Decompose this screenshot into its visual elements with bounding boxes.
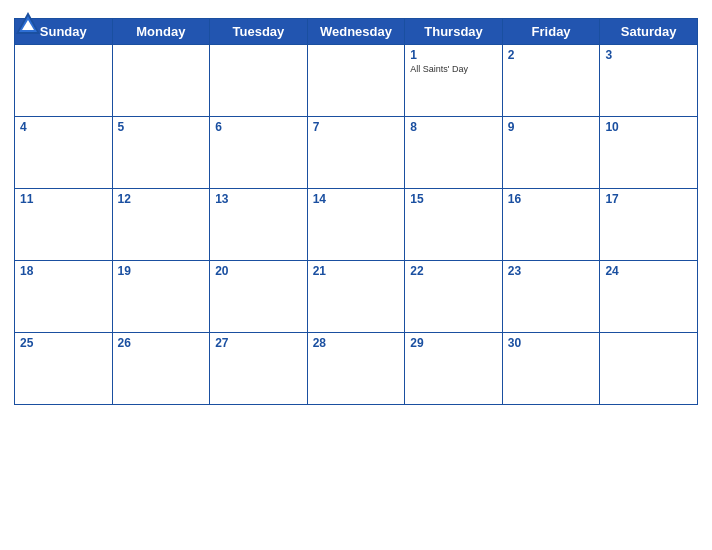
day-number: 23 bbox=[508, 264, 595, 278]
calendar-cell: 4 bbox=[15, 117, 113, 189]
day-number: 16 bbox=[508, 192, 595, 206]
day-number: 17 bbox=[605, 192, 692, 206]
col-header-wednesday: Wednesday bbox=[307, 19, 405, 45]
calendar-cell bbox=[307, 45, 405, 117]
calendar-cell: 1All Saints' Day bbox=[405, 45, 503, 117]
col-header-tuesday: Tuesday bbox=[210, 19, 308, 45]
calendar-cell: 10 bbox=[600, 117, 698, 189]
day-number: 20 bbox=[215, 264, 302, 278]
logo-area bbox=[14, 10, 45, 38]
day-number: 18 bbox=[20, 264, 107, 278]
calendar-cell: 16 bbox=[502, 189, 600, 261]
week-row-0: 1All Saints' Day23 bbox=[15, 45, 698, 117]
calendar-cell: 13 bbox=[210, 189, 308, 261]
calendar-cell: 25 bbox=[15, 333, 113, 405]
calendar-cell: 14 bbox=[307, 189, 405, 261]
day-number: 19 bbox=[118, 264, 205, 278]
calendar-cell: 23 bbox=[502, 261, 600, 333]
calendar-cell bbox=[600, 333, 698, 405]
calendar-cell: 8 bbox=[405, 117, 503, 189]
calendar-cell bbox=[15, 45, 113, 117]
calendar-cell: 27 bbox=[210, 333, 308, 405]
calendar-cell: 28 bbox=[307, 333, 405, 405]
calendar-cell: 5 bbox=[112, 117, 210, 189]
day-number: 2 bbox=[508, 48, 595, 62]
logo-icon bbox=[14, 10, 42, 38]
day-number: 9 bbox=[508, 120, 595, 134]
week-row-3: 18192021222324 bbox=[15, 261, 698, 333]
day-number: 7 bbox=[313, 120, 400, 134]
day-number: 30 bbox=[508, 336, 595, 350]
calendar-cell: 30 bbox=[502, 333, 600, 405]
week-row-1: 45678910 bbox=[15, 117, 698, 189]
day-number: 4 bbox=[20, 120, 107, 134]
calendar-thead: SundayMondayTuesdayWednesdayThursdayFrid… bbox=[15, 19, 698, 45]
calendar-cell: 3 bbox=[600, 45, 698, 117]
day-number: 27 bbox=[215, 336, 302, 350]
calendar-cell: 20 bbox=[210, 261, 308, 333]
col-header-thursday: Thursday bbox=[405, 19, 503, 45]
calendar-cell: 17 bbox=[600, 189, 698, 261]
day-number: 15 bbox=[410, 192, 497, 206]
calendar-cell: 21 bbox=[307, 261, 405, 333]
day-number: 5 bbox=[118, 120, 205, 134]
day-number: 6 bbox=[215, 120, 302, 134]
day-number: 3 bbox=[605, 48, 692, 62]
calendar-cell: 19 bbox=[112, 261, 210, 333]
day-number: 26 bbox=[118, 336, 205, 350]
holiday-text: All Saints' Day bbox=[410, 64, 497, 74]
header-row: SundayMondayTuesdayWednesdayThursdayFrid… bbox=[15, 19, 698, 45]
day-number: 24 bbox=[605, 264, 692, 278]
calendar-cell: 12 bbox=[112, 189, 210, 261]
calendar-tbody: 1All Saints' Day234567891011121314151617… bbox=[15, 45, 698, 405]
calendar-cell: 11 bbox=[15, 189, 113, 261]
day-number: 25 bbox=[20, 336, 107, 350]
calendar-cell: 22 bbox=[405, 261, 503, 333]
day-number: 12 bbox=[118, 192, 205, 206]
day-number: 14 bbox=[313, 192, 400, 206]
calendar-cell: 29 bbox=[405, 333, 503, 405]
calendar-cell: 7 bbox=[307, 117, 405, 189]
calendar-cell: 15 bbox=[405, 189, 503, 261]
calendar-grid: SundayMondayTuesdayWednesdayThursdayFrid… bbox=[14, 18, 698, 405]
day-number: 29 bbox=[410, 336, 497, 350]
day-number: 21 bbox=[313, 264, 400, 278]
calendar-cell: 24 bbox=[600, 261, 698, 333]
day-number: 11 bbox=[20, 192, 107, 206]
week-row-4: 252627282930 bbox=[15, 333, 698, 405]
calendar-cell: 18 bbox=[15, 261, 113, 333]
day-number: 1 bbox=[410, 48, 497, 62]
calendar-cell: 9 bbox=[502, 117, 600, 189]
calendar-cell bbox=[210, 45, 308, 117]
day-number: 8 bbox=[410, 120, 497, 134]
col-header-friday: Friday bbox=[502, 19, 600, 45]
week-row-2: 11121314151617 bbox=[15, 189, 698, 261]
day-number: 10 bbox=[605, 120, 692, 134]
calendar-container: SundayMondayTuesdayWednesdayThursdayFrid… bbox=[0, 0, 712, 550]
col-header-monday: Monday bbox=[112, 19, 210, 45]
calendar-cell bbox=[112, 45, 210, 117]
day-number: 28 bbox=[313, 336, 400, 350]
day-number: 13 bbox=[215, 192, 302, 206]
calendar-cell: 26 bbox=[112, 333, 210, 405]
calendar-cell: 6 bbox=[210, 117, 308, 189]
day-number: 22 bbox=[410, 264, 497, 278]
col-header-saturday: Saturday bbox=[600, 19, 698, 45]
calendar-cell: 2 bbox=[502, 45, 600, 117]
